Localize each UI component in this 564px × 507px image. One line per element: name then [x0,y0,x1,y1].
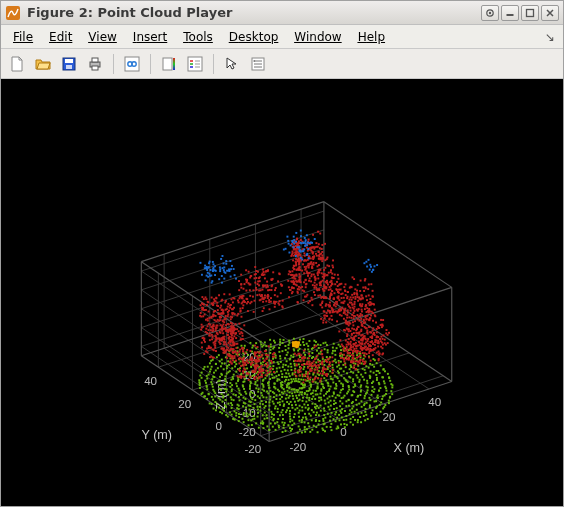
menu-edit[interactable]: Edit [41,27,80,47]
menu-help[interactable]: Help [350,27,393,47]
svg-rect-952 [270,344,272,346]
svg-rect-903 [345,419,347,421]
colorbar-button[interactable] [157,52,181,76]
svg-rect-2248 [249,376,251,378]
svg-rect-96 [296,391,298,393]
svg-rect-1480 [382,325,384,327]
svg-rect-2431 [321,353,323,355]
svg-rect-1548 [364,326,366,328]
edit-plot-button[interactable] [220,52,244,76]
svg-rect-2409 [299,368,301,370]
title-bar[interactable]: Figure 2: Point Cloud Player [1,1,563,25]
menu-insert[interactable]: Insert [125,27,175,47]
svg-rect-642 [287,352,289,354]
svg-rect-230 [282,400,284,402]
toolbar-separator-2 [150,54,151,74]
svg-rect-451 [348,385,350,387]
svg-rect-573 [229,382,231,384]
svg-rect-569 [233,374,235,376]
svg-rect-1141 [376,413,378,415]
svg-rect-741 [270,349,272,351]
svg-rect-518 [329,409,331,411]
svg-rect-866 [212,386,214,388]
svg-rect-2467 [301,357,303,359]
svg-rect-2428 [329,365,331,367]
svg-rect-1998 [229,293,231,295]
open-file-button[interactable] [31,52,55,76]
svg-rect-2210 [210,356,212,358]
axes-3d[interactable]: -2002040-2002040-20-1001020X (m)Y (m)Z (… [11,89,553,496]
svg-rect-2410 [322,356,324,358]
svg-rect-73 [307,380,309,382]
svg-rect-1666 [323,284,325,286]
svg-rect-1414 [365,305,367,307]
svg-rect-2355 [331,356,333,358]
svg-rect-2903 [209,261,211,263]
svg-rect-1150 [391,393,393,395]
svg-rect-1752 [326,282,328,284]
svg-rect-661 [225,375,227,377]
svg-rect-680 [262,414,264,416]
svg-rect-1255 [361,303,363,305]
svg-rect-1952 [218,294,220,296]
svg-rect-2033 [215,300,217,302]
print-button[interactable] [83,52,107,76]
svg-rect-2200 [213,349,215,351]
menu-window[interactable]: Window [286,27,349,47]
figure-canvas[interactable]: -2002040-2002040-20-1001020X (m)Y (m)Z (… [1,79,563,506]
svg-rect-857 [220,365,222,367]
propsheet-icon [250,56,266,72]
svg-rect-2162 [219,331,221,333]
svg-rect-1711 [314,285,316,287]
svg-rect-372 [338,395,340,397]
svg-rect-2343 [260,366,262,368]
svg-rect-507 [280,411,282,413]
svg-rect-2725 [298,273,300,275]
svg-rect-2673 [318,269,320,271]
link-axes-button[interactable] [120,52,144,76]
svg-rect-2635 [311,247,313,249]
svg-rect-1993 [218,312,220,314]
svg-rect-3 [507,14,514,16]
maximize-button[interactable] [521,5,539,21]
svg-rect-2933 [306,234,308,236]
svg-rect-2207 [221,339,223,341]
svg-rect-2859 [224,272,226,274]
svg-rect-1530 [372,354,374,356]
svg-rect-45 [300,383,302,385]
svg-rect-185 [308,397,310,399]
legend-button[interactable] [183,52,207,76]
minimize-button[interactable] [501,5,519,21]
svg-rect-2413 [303,350,305,352]
close-button[interactable] [541,5,559,21]
svg-rect-2510 [361,348,363,350]
menu-overflow-icon[interactable]: ↘ [545,30,559,44]
svg-rect-904 [350,418,352,420]
svg-rect-995 [255,422,257,424]
svg-rect-1345 [356,290,358,292]
shade-button[interactable] [481,5,499,21]
svg-rect-1954 [221,299,223,301]
svg-rect-1466 [387,342,389,344]
svg-rect-2672 [312,257,314,259]
menu-file[interactable]: File [5,27,41,47]
menu-view[interactable]: View [80,27,124,47]
save-button[interactable] [57,52,81,76]
svg-rect-1912 [259,299,261,301]
svg-rect-907 [361,412,363,414]
menu-desktop[interactable]: Desktop [221,27,287,47]
svg-rect-481 [250,366,252,368]
svg-rect-444 [341,397,343,399]
property-inspector-button[interactable] [246,52,270,76]
svg-rect-252 [323,377,325,379]
svg-rect-2693 [305,260,307,262]
svg-rect-225 [267,392,269,394]
svg-rect-2433 [298,358,300,360]
svg-rect-731 [316,350,318,352]
svg-rect-284 [262,396,264,398]
svg-rect-469 [299,356,301,358]
svg-rect-2531 [343,354,345,356]
svg-rect-948 [289,342,291,344]
new-figure-button[interactable] [5,52,29,76]
menu-tools[interactable]: Tools [175,27,221,47]
